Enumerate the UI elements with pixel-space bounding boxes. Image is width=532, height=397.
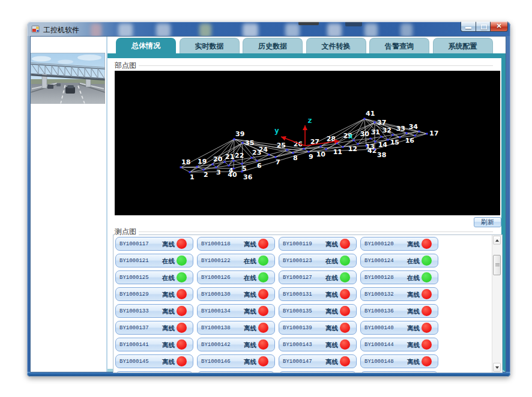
sensor-card[interactable]: BY1000119离线 xyxy=(279,237,357,251)
sensor-status: 离线 xyxy=(244,341,256,350)
svg-text:33: 33 xyxy=(396,125,405,133)
sensor-card[interactable]: BY1000122在线 xyxy=(197,254,275,267)
sensor-card[interactable]: BY1000137离线 xyxy=(115,321,193,335)
tab-2[interactable]: 实时数据 xyxy=(180,38,240,53)
app-icon xyxy=(31,25,40,34)
close-button[interactable]: ✕ xyxy=(491,22,508,32)
sensor-id: BY1000147 xyxy=(283,359,312,365)
sensor-card[interactable]: BY1000139离线 xyxy=(279,321,357,335)
offline-indicator xyxy=(422,306,432,316)
sensor-card[interactable]: BY1000124在线 xyxy=(360,254,438,267)
sensor-card[interactable]: BY1000147离线 xyxy=(279,354,357,368)
titlebar[interactable]: 工控机软件 xyxy=(27,22,510,36)
sensor-card[interactable]: BY1000125在线 xyxy=(115,270,193,284)
sensor-id: BY1000122 xyxy=(201,258,231,264)
svg-text:40: 40 xyxy=(228,171,237,179)
sensor-card[interactable]: BY1000117离线 xyxy=(115,237,193,251)
sensor-status: 在线 xyxy=(162,274,175,282)
offline-indicator xyxy=(177,306,187,316)
sensor-card[interactable]: BY1000128在线 xyxy=(360,270,438,284)
svg-text:24: 24 xyxy=(259,146,268,154)
sensor-id: BY1000124 xyxy=(364,258,394,264)
sensor-id: BY1000145 xyxy=(119,359,149,365)
tab-6[interactable]: 系统配置 xyxy=(433,38,493,53)
sensor-status: 离线 xyxy=(325,358,338,366)
tab-4[interactable]: 文件转换 xyxy=(306,38,366,53)
svg-text:15: 15 xyxy=(390,139,399,146)
sensor-id: BY1000144 xyxy=(364,342,394,348)
sensor-card[interactable]: BY1000130离线 xyxy=(197,287,275,301)
sensor-card[interactable]: BY1000152离线 xyxy=(360,371,438,373)
sensor-status: 离线 xyxy=(244,308,256,316)
scroll-down-icon xyxy=(495,366,499,369)
scrollbar[interactable] xyxy=(492,235,501,372)
sensor-id: BY1000133 xyxy=(119,308,149,314)
svg-text:22: 22 xyxy=(235,152,244,160)
offline-indicator xyxy=(258,289,268,299)
sensor-id: BY1000120 xyxy=(364,241,394,247)
tab-3[interactable]: 历史数据 xyxy=(243,38,303,53)
scroll-down-button[interactable] xyxy=(493,363,501,372)
svg-text:21: 21 xyxy=(225,153,234,161)
tab-1[interactable]: 总体情况 xyxy=(116,38,176,53)
sensor-card[interactable]: BY1000135离线 xyxy=(279,304,357,318)
sensor-card[interactable]: BY1000129离线 xyxy=(115,287,193,301)
offline-indicator xyxy=(340,239,350,249)
sensor-card[interactable]: BY1000148离线 xyxy=(360,354,438,368)
offline-indicator xyxy=(177,356,187,366)
sensor-card[interactable]: BY1000132离线 xyxy=(360,287,438,301)
sensor-card[interactable]: BY1000138离线 xyxy=(197,321,275,335)
minimize-button[interactable] xyxy=(461,22,476,32)
sensor-status: 离线 xyxy=(162,341,175,350)
sensor-id: BY1000129 xyxy=(119,291,149,297)
sensor-status: 离线 xyxy=(407,240,420,249)
offline-indicator xyxy=(258,356,268,366)
svg-text:36: 36 xyxy=(243,173,253,181)
sensor-card[interactable]: BY1000126在线 xyxy=(197,270,275,284)
sensor-card[interactable]: BY1000136离线 xyxy=(360,304,438,318)
sensor-id: BY1000139 xyxy=(283,325,312,331)
tab-5[interactable]: 告警查询 xyxy=(369,38,429,53)
sensor-id: BY1000121 xyxy=(119,258,149,264)
sensor-card[interactable]: BY1000133离线 xyxy=(115,304,193,318)
sensor-card[interactable]: BY1000151离线 xyxy=(279,371,357,373)
online-indicator xyxy=(422,255,432,266)
sensor-status: 离线 xyxy=(325,240,338,249)
node-map-caption: 部点图 xyxy=(115,61,139,71)
sensor-card[interactable]: BY1000131离线 xyxy=(279,287,357,301)
tab-page-overview: 部点图 181920212223242526272829303132333412… xyxy=(107,58,506,372)
sensor-card[interactable]: BY1000149离线 xyxy=(115,371,193,373)
sensor-status: 在线 xyxy=(162,257,175,266)
sensor-status: 离线 xyxy=(244,358,256,366)
sensor-card[interactable]: BY1000120离线 xyxy=(360,237,438,251)
sensor-card[interactable]: BY1000127在线 xyxy=(279,270,357,284)
close-icon: ✕ xyxy=(491,22,507,30)
bridge-photo xyxy=(31,53,105,104)
sensor-status: 离线 xyxy=(162,240,175,249)
scroll-thumb[interactable] xyxy=(493,255,501,275)
sensor-card[interactable]: BY1000143离线 xyxy=(279,338,357,351)
svg-text:39: 39 xyxy=(235,130,244,138)
sensor-card[interactable]: BY1000134离线 xyxy=(197,304,275,318)
sensor-status: 在线 xyxy=(244,274,256,282)
sensor-card[interactable]: BY1000140离线 xyxy=(360,321,438,335)
sensor-card[interactable]: BY1000145离线 xyxy=(115,354,193,368)
sensor-card[interactable]: BY1000144离线 xyxy=(360,338,438,351)
sensor-card[interactable]: BY1000141离线 xyxy=(115,338,193,351)
scroll-up-button[interactable] xyxy=(493,236,501,245)
offline-indicator xyxy=(340,339,350,350)
sensor-card[interactable]: BY1000118离线 xyxy=(197,237,275,251)
sensor-card[interactable]: BY1000146离线 xyxy=(197,354,275,368)
sensor-card[interactable]: BY1000142离线 xyxy=(197,338,275,351)
bridge-3d-view[interactable]: 1819202122232425262728293031323334123456… xyxy=(115,71,500,215)
sensor-grid: BY1000152离线BY1000151离线BY1000150离线BY10001… xyxy=(113,234,503,373)
sensor-card[interactable]: BY1000123在线 xyxy=(279,254,357,267)
offline-indicator xyxy=(422,339,432,350)
refresh-button[interactable]: 刷新 xyxy=(474,217,501,227)
maximize-button[interactable] xyxy=(476,22,491,32)
svg-text:2: 2 xyxy=(204,171,208,179)
sensor-card[interactable]: BY1000121在线 xyxy=(115,254,193,267)
sensor-id: BY1000146 xyxy=(201,359,231,365)
sensor-card[interactable]: BY1000150离线 xyxy=(197,371,275,373)
sensor-status: 离线 xyxy=(325,291,338,299)
